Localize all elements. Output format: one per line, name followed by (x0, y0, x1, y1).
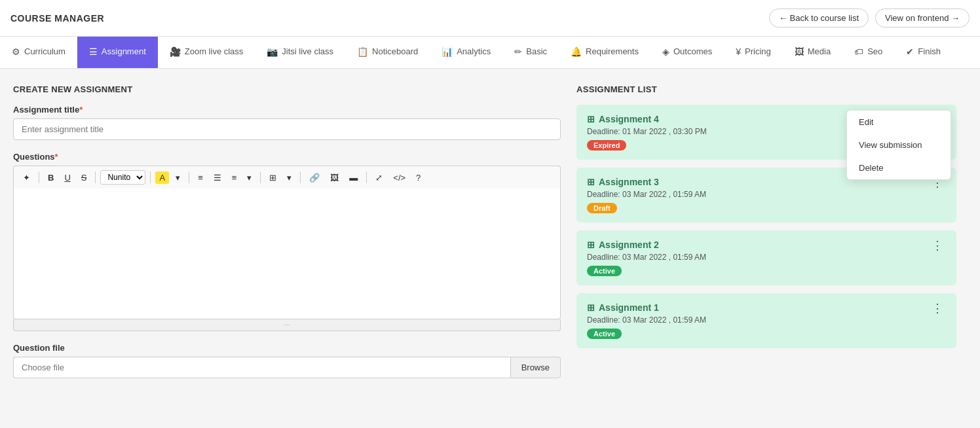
assignment-card-4: ⊞ Assignment 4 Deadline: 01 Mar 2022 , 0… (576, 105, 956, 160)
card-3-header: ⊞ Assignment 3 Deadline: 03 Mar 2022 , 0… (587, 177, 946, 213)
card-2-menu-btn[interactable]: ⋮ (929, 240, 946, 251)
toolbar-highlight-btn[interactable]: A (155, 171, 169, 184)
nav-tabs: ⚙ Curriculum ☰ Assignment 🎥 Zoom live cl… (0, 37, 980, 69)
file-name-input[interactable] (13, 357, 510, 378)
tab-assignment[interactable]: ☰ Assignment (77, 37, 158, 68)
tab-noticeboard[interactable]: 📋 Noticeboard (345, 37, 430, 68)
tab-finish[interactable]: ✔ Finish (894, 37, 952, 68)
basic-icon: ✏ (514, 46, 522, 57)
title-label: Assignment title* (13, 105, 561, 115)
toolbar-font-select[interactable]: Nunito (100, 170, 145, 185)
assignment-name-icon-1: ⊞ (587, 302, 595, 313)
card-4-info: ⊞ Assignment 4 Deadline: 01 Mar 2022 , 0… (587, 114, 707, 151)
questions-required-marker: * (55, 152, 58, 162)
card-1-badge: Active (587, 329, 622, 339)
title-form-group: Assignment title* (13, 105, 561, 140)
toolbar-sep5 (260, 171, 261, 183)
app-title: COURSE MANAGER (10, 13, 104, 24)
header: COURSE MANAGER ← Back to course list Vie… (0, 0, 980, 37)
question-file-group: Question file Browse (13, 343, 561, 378)
create-assignment-panel: CREATE NEW ASSIGNMENT Assignment title* … (13, 84, 576, 413)
card-1-info: ⊞ Assignment 1 Deadline: 03 Mar 2022 , 0… (587, 302, 706, 339)
toolbar-align-dropdown-btn[interactable]: ▾ (243, 171, 255, 185)
tab-media[interactable]: 🖼 Media (783, 37, 842, 68)
zoom-icon: 🎥 (170, 46, 181, 57)
questions-form-group: Questions* ✦ B U S Nunito A ▾ ≡ ☰ ≡ (13, 152, 561, 331)
header-actions: ← Back to course list View on frontend → (769, 9, 970, 27)
card-2-info: ⊞ Assignment 2 Deadline: 03 Mar 2022 , 0… (587, 240, 706, 276)
finish-icon: ✔ (906, 46, 914, 57)
assignment-title-input[interactable] (13, 118, 561, 140)
curriculum-icon: ⚙ (12, 46, 20, 57)
card-3-badge: Draft (587, 203, 617, 213)
view-on-frontend-button[interactable]: View on frontend → (875, 9, 970, 27)
tab-analytics[interactable]: 📊 Analytics (430, 37, 502, 68)
assignment-card-1: ⊞ Assignment 1 Deadline: 03 Mar 2022 , 0… (576, 293, 956, 348)
card-2-header: ⊞ Assignment 2 Deadline: 03 Mar 2022 , 0… (587, 240, 946, 276)
toolbar-magic-btn[interactable]: ✦ (19, 171, 34, 185)
toolbar-fullscreen-btn[interactable]: ⤢ (371, 171, 386, 185)
card-1-menu-btn[interactable]: ⋮ (929, 302, 946, 314)
assignment-list-title: ASSIGNMENT LIST (576, 84, 956, 94)
tab-curriculum[interactable]: ⚙ Curriculum (0, 37, 77, 68)
toolbar-video-btn[interactable]: ▬ (345, 171, 362, 185)
noticeboard-icon: 📋 (357, 46, 368, 57)
card-2-name: ⊞ Assignment 2 (587, 240, 706, 250)
assignment-name-icon-3: ⊞ (587, 177, 595, 187)
toolbar-sep4 (189, 171, 189, 183)
toolbar-table-dropdown-btn[interactable]: ▾ (283, 171, 295, 185)
context-menu-edit[interactable]: Edit (847, 111, 951, 134)
seo-icon: 🏷 (854, 46, 863, 57)
card-3-deadline: Deadline: 03 Mar 2022 , 01:59 AM (587, 190, 706, 199)
toolbar-sep7 (366, 171, 367, 183)
context-menu: Edit View submission Delete (846, 110, 951, 180)
tab-zoom[interactable]: 🎥 Zoom live class (158, 37, 255, 68)
toolbar-code-btn[interactable]: </> (389, 171, 409, 185)
main-content: CREATE NEW ASSIGNMENT Assignment title* … (0, 69, 980, 428)
tab-seo[interactable]: 🏷 Seo (842, 37, 894, 68)
create-section-title: CREATE NEW ASSIGNMENT (13, 84, 561, 94)
toolbar-link-btn[interactable]: 🔗 (305, 171, 324, 185)
toolbar-ordered-list-btn[interactable]: ☰ (210, 171, 225, 185)
questions-label: Questions* (13, 152, 561, 162)
file-label: Question file (13, 343, 561, 353)
tab-outcomes[interactable]: ◈ Outcomes (650, 37, 724, 68)
toolbar-align-btn[interactable]: ≡ (228, 171, 241, 185)
media-icon: 🖼 (795, 46, 804, 57)
tab-requirements[interactable]: 🔔 Requirements (559, 37, 650, 68)
editor-resize-handle: ⋯ (13, 319, 561, 331)
card-2-deadline: Deadline: 03 Mar 2022 , 01:59 AM (587, 253, 706, 262)
card-4-deadline: Deadline: 01 Mar 2022 , 03:30 PM (587, 127, 707, 136)
file-upload-row: Browse (13, 357, 561, 378)
toolbar-image-btn[interactable]: 🖼 (326, 171, 343, 185)
context-menu-view-submission[interactable]: View submission (847, 134, 951, 156)
context-menu-delete[interactable]: Delete (847, 156, 951, 179)
toolbar-sep6 (300, 171, 301, 183)
assignment-icon: ☰ (89, 46, 98, 57)
assignment-card-2: ⊞ Assignment 2 Deadline: 03 Mar 2022 , 0… (576, 230, 956, 285)
card-3-info: ⊞ Assignment 3 Deadline: 03 Mar 2022 , 0… (587, 177, 706, 213)
questions-editor[interactable] (13, 188, 561, 319)
browse-button[interactable]: Browse (510, 357, 561, 378)
toolbar-sep1 (39, 171, 39, 183)
card-4-badge: Expired (587, 140, 626, 151)
card-1-name: ⊞ Assignment 1 (587, 302, 706, 313)
card-1-deadline: Deadline: 03 Mar 2022 , 01:59 AM (587, 315, 706, 325)
toolbar-sep2 (95, 171, 96, 183)
title-required-marker: * (79, 105, 83, 115)
card-3-name: ⊞ Assignment 3 (587, 177, 706, 187)
card-2-badge: Active (587, 266, 622, 276)
toolbar-highlight-dropdown-btn[interactable]: ▾ (172, 171, 184, 185)
card-4-name: ⊞ Assignment 4 (587, 114, 707, 124)
toolbar-strikethrough-btn[interactable]: S (77, 171, 91, 185)
tab-pricing[interactable]: ¥ Pricing (724, 37, 783, 68)
toolbar-table-btn[interactable]: ⊞ (265, 171, 280, 185)
analytics-icon: 📊 (442, 46, 453, 57)
back-to-course-button[interactable]: ← Back to course list (769, 9, 869, 27)
toolbar-help-btn[interactable]: ? (412, 171, 424, 185)
tab-basic[interactable]: ✏ Basic (502, 37, 559, 68)
toolbar-bold-btn[interactable]: B (44, 171, 58, 185)
toolbar-underline-btn[interactable]: U (60, 171, 74, 185)
toolbar-unordered-list-btn[interactable]: ≡ (194, 171, 207, 185)
tab-jitsi[interactable]: 📷 Jitsi live class (255, 37, 345, 68)
